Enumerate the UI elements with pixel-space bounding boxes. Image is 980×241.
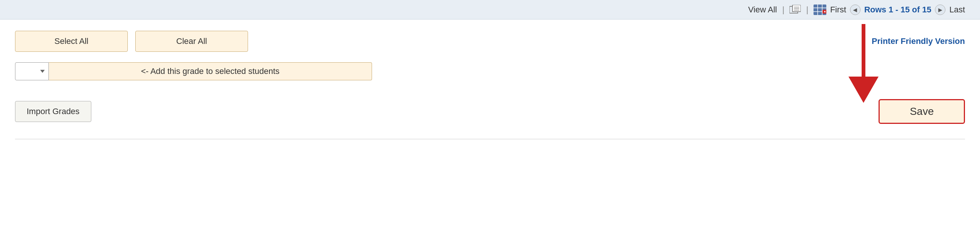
view-all-link[interactable]: View All: [748, 5, 777, 15]
save-area: Save: [878, 99, 965, 124]
popup-icon[interactable]: [789, 5, 801, 15]
clear-all-button[interactable]: Clear All: [135, 31, 248, 52]
separator-2: |: [806, 5, 808, 15]
grid-icon[interactable]: [813, 5, 826, 15]
prev-page-button[interactable]: ◀: [850, 5, 861, 15]
select-all-button[interactable]: Select All: [15, 31, 128, 52]
grid-icon-svg: [813, 5, 826, 15]
separator-1: |: [782, 5, 784, 15]
popup-icon-svg: [789, 5, 801, 15]
bottom-divider: [15, 139, 965, 139]
last-label[interactable]: Last: [949, 5, 965, 15]
svg-marker-14: [848, 76, 878, 103]
page-wrapper: View All | |: [0, 0, 980, 241]
bottom-row: Import Grades Save: [15, 99, 965, 124]
pagination-info: Rows 1 - 15 of 15: [864, 5, 932, 15]
add-grade-button[interactable]: <- Add this grade to selected students: [49, 62, 372, 80]
main-content: Select All Clear All Printer Friendly Ve…: [0, 19, 980, 154]
import-grades-button[interactable]: Import Grades: [15, 101, 91, 122]
svg-rect-1: [792, 5, 801, 12]
next-page-button[interactable]: ▶: [935, 5, 945, 15]
buttons-row: Select All Clear All Printer Friendly Ve…: [15, 31, 965, 52]
printer-friendly-link[interactable]: Printer Friendly Version: [872, 36, 965, 46]
top-bar: View All | |: [0, 0, 980, 19]
first-label[interactable]: First: [830, 5, 846, 15]
grade-row: A B C D F <- Add this grade to selected …: [15, 62, 965, 80]
grade-select[interactable]: A B C D F: [15, 62, 49, 80]
save-button[interactable]: Save: [878, 99, 965, 124]
